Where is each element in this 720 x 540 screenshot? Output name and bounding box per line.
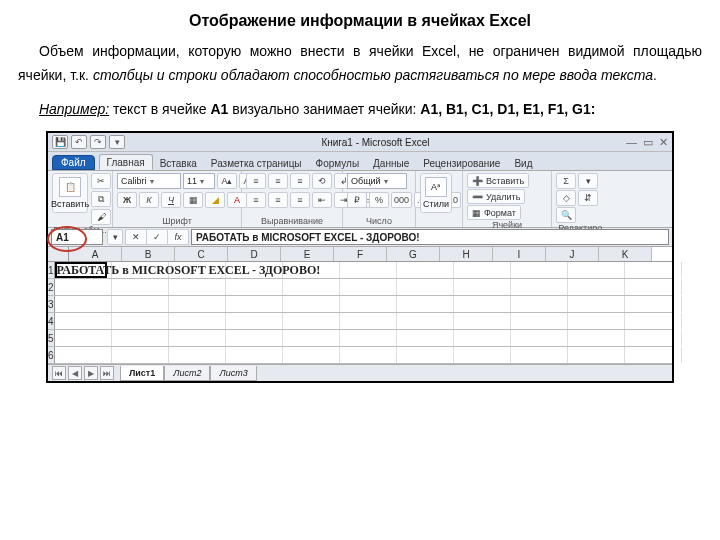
cell[interactable] — [169, 279, 226, 295]
cell[interactable] — [568, 279, 625, 295]
cell[interactable] — [454, 330, 511, 346]
cell[interactable] — [283, 296, 340, 312]
cell[interactable] — [112, 296, 169, 312]
percent-icon[interactable]: % — [369, 192, 389, 208]
cell[interactable] — [340, 313, 397, 329]
cut-icon[interactable]: ✂ — [91, 173, 111, 189]
cell[interactable] — [625, 279, 682, 295]
cell[interactable] — [340, 347, 397, 363]
cell[interactable] — [340, 330, 397, 346]
decrease-indent-icon[interactable]: ⇤ — [312, 192, 332, 208]
cell[interactable] — [454, 347, 511, 363]
cell[interactable] — [283, 313, 340, 329]
cell[interactable] — [625, 296, 682, 312]
fill-icon[interactable]: ▾ — [578, 173, 598, 189]
font-size-combo[interactable]: 11▾ — [183, 173, 215, 189]
cell[interactable] — [511, 330, 568, 346]
close-button[interactable]: ✕ — [659, 136, 668, 149]
cells-delete-button[interactable]: ➖Удалить — [467, 189, 525, 204]
fx-icon[interactable]: fx — [167, 229, 189, 245]
align-middle-icon[interactable]: ≡ — [268, 173, 288, 189]
tab-view[interactable]: Вид — [507, 156, 539, 170]
qat-undo-icon[interactable]: ↶ — [71, 135, 87, 149]
restore-button[interactable]: ▭ — [643, 136, 653, 149]
cell[interactable] — [55, 347, 112, 363]
align-top-icon[interactable]: ≡ — [246, 173, 266, 189]
qat-dropdown-icon[interactable]: ▾ — [109, 135, 125, 149]
cell[interactable] — [112, 313, 169, 329]
cell[interactable] — [55, 296, 112, 312]
cell[interactable] — [226, 347, 283, 363]
name-box[interactable]: A1 — [51, 229, 103, 245]
increase-font-icon[interactable]: A▴ — [217, 173, 237, 189]
col-header[interactable]: B — [122, 247, 175, 261]
number-format-combo[interactable]: Общий▾ — [347, 173, 407, 189]
comma-icon[interactable]: 000 — [391, 192, 412, 208]
currency-icon[interactable]: ₽ — [347, 192, 367, 208]
cell[interactable] — [112, 330, 169, 346]
cell[interactable] — [283, 279, 340, 295]
cell[interactable] — [568, 347, 625, 363]
cell[interactable] — [283, 330, 340, 346]
cell[interactable] — [511, 313, 568, 329]
tab-insert[interactable]: Вставка — [153, 156, 204, 170]
styles-button[interactable]: Aᵃ Стили — [420, 173, 452, 213]
cell[interactable] — [397, 313, 454, 329]
col-header[interactable]: K — [599, 247, 652, 261]
borders-icon[interactable]: ▦ — [183, 192, 203, 208]
tab-data[interactable]: Данные — [366, 156, 416, 170]
cell[interactable] — [511, 262, 568, 278]
orientation-icon[interactable]: ⟲ — [312, 173, 332, 189]
qat-redo-icon[interactable]: ↷ — [90, 135, 106, 149]
sheet-tab[interactable]: Лист2 — [164, 366, 210, 381]
paste-button[interactable]: 📋 Вставить — [52, 173, 88, 213]
sheet-nav-prev-icon[interactable]: ◀ — [68, 366, 82, 380]
formula-input[interactable]: РАБОТАТЬ в MICROSOFT EXCEL - ЗДОРОВО! — [191, 229, 669, 245]
cell[interactable] — [55, 279, 112, 295]
cell[interactable] — [397, 279, 454, 295]
cell[interactable] — [169, 330, 226, 346]
col-header[interactable]: G — [387, 247, 440, 261]
sheet-nav-next-icon[interactable]: ▶ — [84, 366, 98, 380]
cell[interactable] — [55, 330, 112, 346]
cell[interactable] — [397, 262, 454, 278]
sort-filter-icon[interactable]: ⇵ — [578, 190, 598, 206]
sheet-nav-first-icon[interactable]: ⏮ — [52, 366, 66, 380]
cell[interactable] — [397, 296, 454, 312]
name-box-dropdown-icon[interactable]: ▾ — [107, 229, 123, 245]
underline-icon[interactable]: Ч — [161, 192, 181, 208]
cell[interactable] — [169, 296, 226, 312]
tab-review[interactable]: Рецензирование — [416, 156, 507, 170]
sheet-nav-last-icon[interactable]: ⏭ — [100, 366, 114, 380]
cell[interactable] — [511, 296, 568, 312]
cell[interactable] — [454, 296, 511, 312]
cell[interactable] — [112, 279, 169, 295]
align-right-icon[interactable]: ≡ — [290, 192, 310, 208]
cell[interactable] — [169, 313, 226, 329]
copy-icon[interactable]: ⧉ — [91, 191, 111, 207]
tab-page-layout[interactable]: Разметка страницы — [204, 156, 309, 170]
col-header[interactable]: I — [493, 247, 546, 261]
cells-insert-button[interactable]: ➕Вставить — [467, 173, 529, 188]
col-header[interactable]: C — [175, 247, 228, 261]
cell[interactable] — [568, 313, 625, 329]
cell[interactable] — [511, 279, 568, 295]
cell[interactable] — [226, 313, 283, 329]
cell[interactable] — [340, 279, 397, 295]
col-header[interactable]: H — [440, 247, 493, 261]
enter-icon[interactable]: ✓ — [146, 229, 167, 245]
cell[interactable] — [568, 330, 625, 346]
minimize-button[interactable]: — — [626, 136, 637, 149]
tab-formulas[interactable]: Формулы — [309, 156, 367, 170]
cell[interactable] — [625, 347, 682, 363]
cell[interactable] — [226, 279, 283, 295]
file-tab[interactable]: Файл — [52, 155, 95, 170]
col-header[interactable]: D — [228, 247, 281, 261]
cell[interactable] — [226, 330, 283, 346]
col-header[interactable]: E — [281, 247, 334, 261]
font-name-combo[interactable]: Calibri▾ — [117, 173, 181, 189]
autosum-icon[interactable]: Σ — [556, 173, 576, 189]
cell[interactable] — [454, 262, 511, 278]
cell[interactable] — [568, 296, 625, 312]
cell[interactable] — [397, 330, 454, 346]
